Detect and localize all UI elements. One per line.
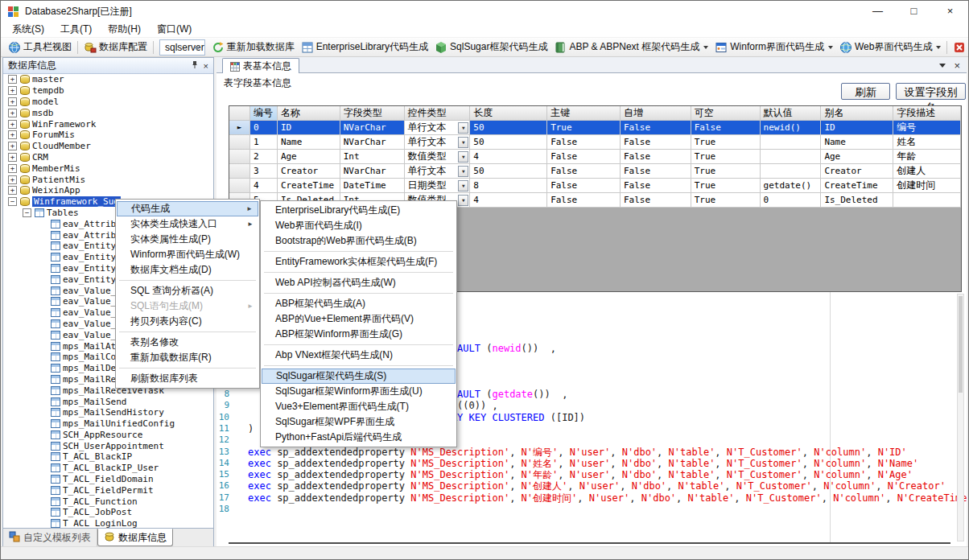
submenu-item[interactable]: Web界面代码生成(I) — [262, 218, 456, 233]
grid-cell[interactable]: 50 — [470, 164, 547, 179]
bottom-tab[interactable]: 数据库信息 — [97, 529, 173, 546]
horizontal-scrollbar[interactable] — [229, 542, 950, 544]
grid-cell[interactable]: 姓名 — [893, 135, 961, 150]
tree-node[interactable]: +CRM — [3, 152, 213, 163]
tree-expander[interactable]: + — [8, 97, 17, 106]
grid-cell[interactable]: ID — [821, 121, 893, 135]
grid-cell[interactable]: False — [547, 193, 621, 208]
grid-cell[interactable]: False — [547, 135, 621, 150]
grid-cell[interactable]: Age — [278, 150, 340, 164]
grid-cell[interactable]: Creator — [278, 164, 340, 179]
refresh-button[interactable]: 刷新 — [841, 83, 890, 100]
grid-cell[interactable]: 单行文本▼ — [405, 164, 471, 179]
tree-node[interactable]: +tempdb — [3, 85, 213, 97]
set-field-alias-button[interactable]: 设置字段别名 — [896, 83, 966, 100]
grid-cell[interactable]: Int — [340, 150, 405, 164]
submenu-item[interactable]: ABP框架代码生成(A) — [262, 296, 456, 311]
grid-cell[interactable]: 单行文本▼ — [405, 121, 471, 135]
maximize-button[interactable]: □ — [896, 1, 932, 22]
grid-cell[interactable]: False — [621, 164, 691, 179]
grid-cell[interactable]: 4 — [470, 150, 547, 164]
toolbar-button[interactable]: 退出 — [950, 39, 968, 55]
grid-cell[interactable]: 0 — [250, 121, 278, 135]
grid-cell[interactable]: ID — [278, 121, 340, 135]
tree-node[interactable]: T_ACL_FieldPermit — [3, 484, 213, 496]
context-menu-item[interactable]: 代码生成► — [117, 201, 258, 216]
menu-item[interactable]: 窗口(W) — [149, 21, 200, 38]
submenu-item[interactable]: SqlSugar框架代码生成(S) — [262, 369, 456, 384]
tree-expander[interactable]: + — [8, 175, 17, 184]
grid-cell[interactable]: 0 — [761, 193, 822, 208]
grid-cell[interactable]: 4 — [470, 193, 547, 208]
grid-cell[interactable]: 年龄 — [893, 150, 961, 164]
grid-cell[interactable]: 单行文本▼ — [405, 135, 471, 150]
close-button[interactable]: × — [932, 1, 968, 22]
grid-cell[interactable]: False — [621, 179, 691, 193]
tree-node[interactable]: +CloudMember — [3, 141, 213, 152]
grid-column-header[interactable]: 字段类型 — [340, 106, 405, 121]
toolbar-button[interactable]: SqlSugar框架代码生成 — [431, 39, 550, 55]
tree-node[interactable]: +PatientMis — [3, 174, 213, 185]
grid-cell[interactable] — [761, 150, 822, 164]
toolbar-button[interactable]: 重新加载数据库 — [208, 39, 298, 55]
grid-cell[interactable]: 4 — [250, 179, 278, 193]
context-menu-item[interactable]: Winform界面代码生成(W) — [117, 247, 258, 262]
grid-cell[interactable]: Age — [821, 150, 893, 164]
grid-cell[interactable]: False — [547, 164, 621, 179]
menu-item[interactable]: 帮助(H) — [100, 21, 149, 38]
tree-expander[interactable]: − — [23, 208, 31, 217]
tree-node[interactable]: +ForumMis — [3, 130, 213, 141]
submenu-item[interactable]: EntityFramework实体框架代码生成(F) — [262, 254, 456, 270]
dropdown-button[interactable]: ▼ — [458, 137, 468, 148]
tree-node[interactable]: mps_MailSendHistory — [3, 407, 213, 418]
grid-row[interactable]: ►0IDNVarChar单行文本▼50TrueFalseFalsenewid()… — [229, 121, 961, 135]
submenu-item[interactable]: ABP框架Winform界面生成(G) — [262, 327, 456, 342]
tree-node[interactable]: +msdb — [3, 107, 213, 118]
tree-node[interactable]: +master — [3, 74, 213, 85]
tree-node[interactable]: T_ACL_JobPost — [3, 507, 213, 518]
toolbar-button[interactable]: 工具栏视图 — [5, 39, 75, 55]
tree-node[interactable]: mps_MailSend — [3, 396, 213, 407]
grid-cell[interactable]: 1 — [250, 135, 278, 150]
grid-cell[interactable]: 50 — [470, 135, 547, 150]
tree-expander[interactable]: + — [8, 130, 17, 139]
grid-cell[interactable]: True — [691, 164, 761, 179]
tab-table-basic-info[interactable]: 表基本信息 — [222, 58, 299, 74]
grid-cell[interactable]: False — [621, 135, 691, 150]
grid-cell[interactable]: Creator — [821, 164, 893, 179]
close-panel-icon[interactable]: × — [204, 61, 208, 71]
grid-cell[interactable]: False — [621, 150, 691, 164]
grid-row[interactable]: 2AgeInt数值类型▼4FalseFalseTrueAge年龄 — [229, 150, 961, 164]
tree-expander[interactable]: + — [8, 86, 17, 95]
dropdown-button[interactable]: ▼ — [458, 122, 468, 134]
grid-column-header[interactable]: 可空 — [691, 106, 761, 121]
grid-column-header[interactable]: 长度 — [470, 106, 547, 121]
grid-cell[interactable]: True — [547, 121, 621, 135]
bottom-tab[interactable]: 自定义模板列表 — [3, 529, 97, 546]
vertical-scrollbar[interactable] — [957, 294, 964, 541]
grid-column-header[interactable]: 名称 — [278, 106, 340, 121]
toolbar-button[interactable]: 数据库配置 — [80, 39, 151, 55]
context-menu-item[interactable]: 实体类生成快速入口► — [117, 216, 258, 232]
close-document-icon[interactable]: × — [954, 60, 960, 72]
tree-node[interactable]: T_ACL_BlackIP — [3, 451, 213, 463]
submenu-item[interactable]: Abp VNext框架代码生成(N) — [262, 348, 456, 363]
minimize-button[interactable]: — — [860, 1, 896, 22]
grid-row-header[interactable] — [229, 179, 250, 193]
grid-cell[interactable]: True — [691, 179, 761, 193]
grid-cell[interactable]: False — [547, 179, 621, 193]
grid-cell[interactable]: CreateTime — [278, 179, 340, 193]
grid-cell[interactable]: Name — [821, 135, 893, 150]
grid-cell[interactable]: 50 — [470, 121, 547, 135]
toolbar-button[interactable]: Winform界面代码生成 — [711, 39, 836, 55]
grid-cell[interactable]: True — [691, 135, 761, 150]
grid-cell[interactable]: False — [691, 121, 761, 135]
grid-cell[interactable]: False — [547, 150, 621, 164]
grid-cell[interactable]: True — [691, 193, 761, 208]
grid-cell[interactable]: 8 — [470, 179, 547, 193]
grid-cell[interactable]: True — [691, 150, 761, 164]
tree-expander[interactable]: + — [8, 164, 17, 173]
grid-row-header[interactable] — [229, 135, 250, 150]
grid-cell[interactable]: Is_Deleted — [821, 193, 893, 208]
tree-node[interactable]: T_ACL_FieldDomain — [3, 474, 213, 485]
